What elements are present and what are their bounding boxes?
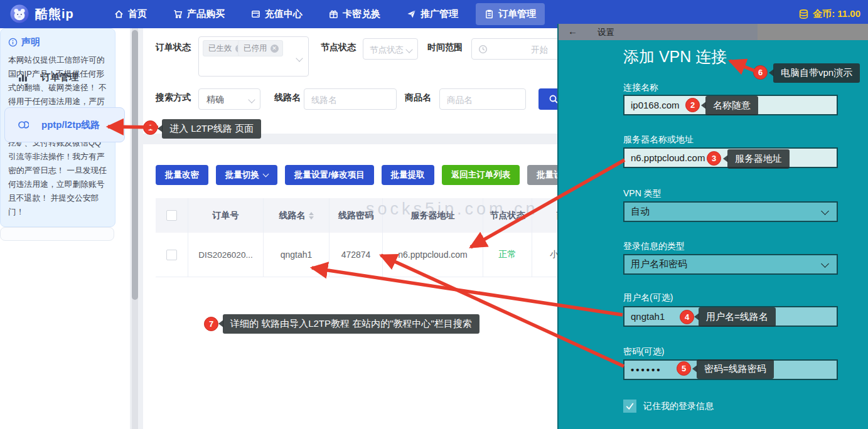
cell-line-password: 472874	[330, 233, 383, 277]
gift-icon	[329, 9, 338, 19]
clipboard-icon	[485, 9, 494, 19]
signin-type-label: 登录信息的类型	[623, 241, 685, 252]
sidebar-item-order-management[interactable]: 订单管理	[0, 63, 130, 91]
annotation-label-5: 密码=线路密码	[697, 359, 774, 379]
username-label: 用户名(可选)	[623, 292, 673, 304]
clock-icon	[478, 45, 488, 54]
coin-balance-text: 金币: 11.00	[813, 8, 860, 20]
nav-item-card-redeem[interactable]: 卡密兑换	[320, 3, 389, 25]
select-all-cell	[156, 198, 188, 233]
annotation-circle-7: 7	[204, 317, 218, 331]
sidebar-next-card	[0, 227, 114, 241]
select-all-checkbox[interactable]	[166, 210, 177, 221]
server-address-label: 服务器名称或地址	[623, 134, 694, 146]
batch-switch-button[interactable]: 批量切换	[216, 165, 277, 185]
cell-order-no: DIS2026020...	[188, 233, 264, 277]
home-icon	[114, 9, 124, 19]
cell-server: n6.pptpcloud.com	[383, 233, 483, 277]
nav-item-recharge[interactable]: 充值中心	[242, 3, 311, 25]
line-name-label: 线路名	[274, 92, 301, 103]
remember-checkbox[interactable]	[623, 400, 636, 413]
coins-icon	[798, 9, 809, 19]
annotation-circle-5: 5	[677, 361, 691, 376]
status-tag-disabled: 已停用 ✕	[238, 40, 283, 56]
node-status-select[interactable]: 节点状态	[363, 38, 418, 60]
info-icon	[8, 38, 18, 47]
chevron-down-icon	[405, 46, 412, 53]
disclaimer-title: 声明	[8, 36, 107, 48]
batch-change-password-button[interactable]: 批量改密	[156, 165, 208, 185]
add-vpn-heading: 添加 VPN 连接	[623, 46, 727, 67]
brand[interactable]: 酷熊ip	[10, 4, 74, 23]
col-server: 服务器地址	[383, 198, 483, 233]
bear-logo-icon	[10, 4, 29, 23]
settings-titlebar: ← 设置	[557, 24, 868, 40]
row-checkbox[interactable]	[166, 250, 177, 260]
annotation-label-2: 名称随意	[705, 96, 758, 115]
connection-name-label: 连接名称	[623, 82, 658, 93]
send-icon	[407, 9, 416, 19]
bar-chart-icon	[18, 72, 28, 83]
main-nav: 首页 产品购买 充值中心 卡密兑换 推广管理	[105, 0, 545, 28]
batch-extract-button[interactable]: 批量提取	[382, 165, 434, 185]
annotation-circle-6: 6	[753, 65, 768, 80]
annotation-circle-3: 3	[707, 151, 721, 166]
cart-icon	[173, 9, 183, 19]
col-line-password: 线路密码	[330, 198, 383, 233]
sidebar-item-pptp-l2tp-lines[interactable]: pptp/l2tp线路	[4, 107, 125, 142]
order-status-label: 订单状态	[156, 42, 191, 53]
nav-item-home[interactable]: 首页	[105, 3, 156, 25]
annotation-label-4: 用户名=线路名	[699, 307, 776, 327]
search-mode-select[interactable]: 精确	[198, 88, 260, 110]
chevron-down-icon	[248, 96, 255, 103]
annotation-label-1: 进入 L2TP线路 页面	[162, 119, 261, 139]
annotation-circle-4: 4	[680, 310, 694, 324]
brand-name: 酷熊ip	[35, 6, 74, 23]
search-mode-label: 搜索方式	[156, 92, 191, 103]
back-arrow-icon[interactable]: ←	[568, 26, 577, 36]
password-label: 密码(可选)	[623, 346, 664, 358]
sort-icon[interactable]	[309, 212, 314, 220]
back-to-orders-button[interactable]: 返回主订单列表	[442, 165, 520, 185]
chevron-down-icon	[296, 55, 303, 61]
node-status-label: 节点状态	[321, 42, 356, 53]
link-icon	[18, 119, 29, 130]
col-order-no: 订单号	[188, 198, 264, 233]
sidebar: 订单管理 sk5线路 pptp/l2tp线路 声明 本网站仅提供工信部许可的国内…	[0, 28, 130, 429]
chevron-down-icon	[821, 207, 829, 215]
annotation-circle-2: 2	[685, 98, 700, 112]
annotation-label-6: 电脑自带vpn演示	[773, 63, 860, 83]
chevron-down-icon	[263, 171, 269, 177]
remember-label: 记住我的登录信息	[643, 401, 714, 412]
cell-line-name: qngtah1	[264, 233, 330, 277]
product-name-input[interactable]: 商品名	[439, 88, 526, 110]
batch-set-modify-button[interactable]: 批量设置/修改项目	[285, 165, 374, 185]
product-name-label: 商品名	[405, 92, 431, 103]
line-name-input[interactable]: 线路名	[304, 88, 397, 110]
sidebar-scrollbar-thumb[interactable]	[132, 30, 138, 300]
chevron-down-icon	[821, 260, 829, 268]
order-status-multiselect[interactable]: 已生效 ✕ 已停用 ✕	[198, 36, 309, 77]
panel-edge	[557, 24, 559, 429]
tag-close-icon[interactable]: ✕	[271, 45, 279, 53]
col-line-name[interactable]: 线路名	[264, 198, 330, 233]
annotation-label-3: 服务器地址	[727, 149, 790, 169]
vpn-type-select[interactable]: 自动	[623, 201, 838, 222]
time-range-label: 时间范围	[427, 42, 463, 53]
signin-type-select[interactable]: 用户名和密码	[623, 254, 838, 275]
settings-title: 设置	[597, 27, 614, 38]
cell-node-status: 正常	[483, 233, 532, 277]
annotation-circle-1: 1	[143, 120, 158, 135]
nav-item-purchase[interactable]: 产品购买	[164, 3, 233, 25]
vpn-type-label: VPN 类型	[623, 188, 662, 199]
nav-item-orders[interactable]: 订单管理	[476, 3, 545, 25]
annotation-label-7: 详细的 软路由导入L2TP教程 在站内的"教程中心"栏目搜索	[223, 314, 480, 334]
wallet-icon	[251, 9, 260, 19]
col-node-status: 节点状态	[483, 198, 532, 233]
nav-item-promotion[interactable]: 推广管理	[398, 3, 467, 25]
row-select-cell	[156, 233, 188, 277]
